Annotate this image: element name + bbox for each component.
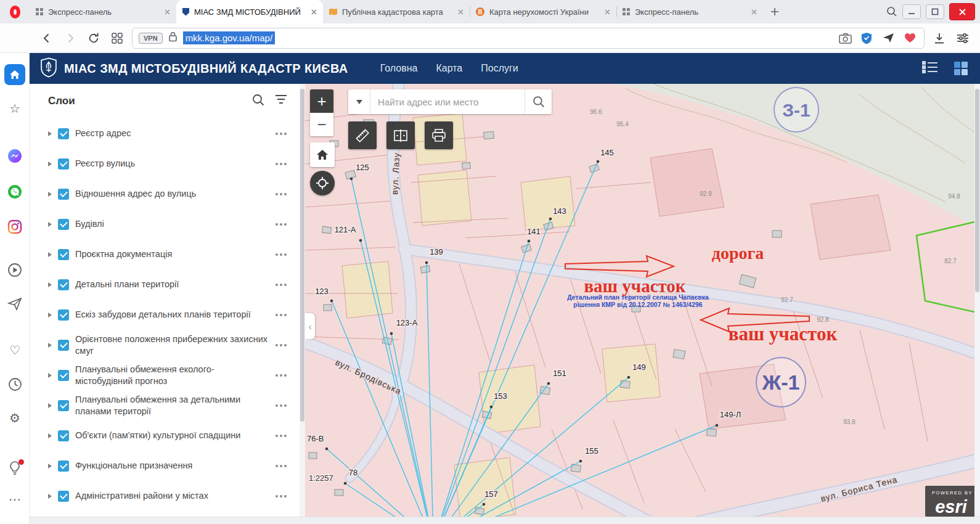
expand-caret-icon[interactable] <box>48 343 52 348</box>
layer-options-button[interactable] <box>276 253 292 256</box>
expand-caret-icon[interactable] <box>48 282 52 287</box>
my-flow-button[interactable] <box>0 297 30 311</box>
layer-row[interactable]: Реєстр адрес <box>30 118 305 149</box>
player-button[interactable] <box>0 263 30 277</box>
expand-caret-icon[interactable] <box>48 373 52 378</box>
layer-checkbox[interactable] <box>58 340 69 351</box>
panel-scrollbar[interactable] <box>300 84 305 524</box>
layer-options-button[interactable] <box>276 404 292 407</box>
expand-caret-icon[interactable] <box>48 192 52 197</box>
layer-options-button[interactable] <box>276 465 292 467</box>
tab-speed-dial-1[interactable]: Экспресс-панель <box>30 0 176 23</box>
expand-caret-icon[interactable] <box>48 313 52 317</box>
url-text-selected[interactable]: mkk.kga.gov.ua/map/ <box>183 31 275 44</box>
new-tab-button[interactable] <box>766 2 784 21</box>
layer-checkbox[interactable] <box>58 309 69 321</box>
search-dropdown-button[interactable] <box>348 89 370 114</box>
expand-caret-icon[interactable] <box>48 403 52 408</box>
layer-row[interactable]: Будівлі <box>30 209 305 239</box>
layer-row[interactable]: Проєктна документація <box>30 239 305 269</box>
expand-caret-icon[interactable] <box>48 464 52 469</box>
tab-close-icon[interactable] <box>458 7 463 17</box>
expand-caret-icon[interactable] <box>48 222 52 227</box>
nav-home-link[interactable]: Головна <box>380 63 418 74</box>
layer-options-button[interactable] <box>276 193 292 195</box>
vertical-scrollbar-thumb[interactable] <box>975 89 979 292</box>
tab-close-icon[interactable] <box>751 7 757 17</box>
zoom-in-button[interactable]: + <box>310 89 333 113</box>
layer-checkbox[interactable] <box>58 128 69 139</box>
expand-caret-icon[interactable] <box>48 162 52 166</box>
whatsapp-button[interactable] <box>0 184 30 199</box>
expand-caret-icon[interactable] <box>48 433 52 438</box>
expand-caret-icon[interactable] <box>48 252 52 257</box>
horizontal-scrollbar[interactable] <box>30 517 980 524</box>
tab-mkk-active[interactable]: МІАС ЗМД МІСТОБУДІВНИЙ <box>176 0 323 23</box>
layer-options-button[interactable] <box>276 314 292 316</box>
bookmark-heart-icon[interactable] <box>902 30 918 46</box>
layer-row[interactable]: Адміністративні райони у містах <box>30 481 305 511</box>
map-canvas[interactable]: З-1 Ж-1 вул. Лазу вул. Бродівська вул. Б… <box>305 84 980 524</box>
maximize-button[interactable] <box>926 4 944 19</box>
layer-row[interactable]: Орієнтовне положення прибережних захисни… <box>30 330 305 360</box>
layer-checkbox[interactable] <box>58 370 69 381</box>
tab-close-icon[interactable] <box>165 7 170 17</box>
expand-caret-icon[interactable] <box>48 131 52 136</box>
layers-filter-icon[interactable] <box>274 94 288 108</box>
layer-options-button[interactable] <box>276 223 292 226</box>
lock-icon[interactable] <box>168 31 178 44</box>
opera-menu-button[interactable] <box>0 6 30 18</box>
favorites-button[interactable]: ♡ <box>0 344 30 356</box>
tab-close-icon[interactable] <box>605 7 610 17</box>
panel-scrollbar-thumb[interactable] <box>300 89 304 422</box>
speed-dial-button[interactable] <box>108 30 126 47</box>
layer-checkbox[interactable] <box>58 279 69 290</box>
close-button[interactable] <box>949 3 975 20</box>
measure-tool-button[interactable] <box>348 121 377 149</box>
layer-checkbox[interactable] <box>58 249 69 260</box>
back-button[interactable] <box>38 30 55 47</box>
layer-checkbox[interactable] <box>58 219 69 230</box>
layer-row[interactable]: Планувальні обмеження еколого-містобудів… <box>30 360 305 390</box>
speed-dial-home-button[interactable] <box>0 64 30 85</box>
expand-caret-icon[interactable] <box>48 494 52 499</box>
layer-row[interactable]: Об'єкти (пам'ятки) культурної спадщини <box>30 420 305 451</box>
layer-options-button[interactable] <box>276 344 292 346</box>
layer-row[interactable]: Функціональне призначення <box>30 451 305 481</box>
tips-button[interactable] <box>0 461 30 478</box>
layer-options-button[interactable] <box>276 133 292 135</box>
downloads-icon[interactable] <box>931 30 948 47</box>
forward-button[interactable] <box>62 30 79 47</box>
shield-badge-icon[interactable] <box>859 30 875 46</box>
layer-row[interactable]: Планувальні обмеження за детальними план… <box>30 390 305 420</box>
settings-button[interactable]: ⚙ <box>0 412 30 424</box>
tab-realty-map[interactable]: B Карта нерухомості України <box>470 0 616 23</box>
layer-options-button[interactable] <box>276 163 292 165</box>
panel-collapse-handle[interactable]: ‹ <box>305 313 315 339</box>
settings-sliders-icon[interactable] <box>954 30 971 47</box>
tab-cadastral-map[interactable]: Публічна кадастрова карта <box>323 0 470 23</box>
tab-speed-dial-2[interactable]: Экспресс-панель <box>616 0 763 23</box>
layer-row[interactable]: Детальні плани території <box>30 269 305 300</box>
locate-button[interactable] <box>310 171 335 195</box>
map-search-button[interactable] <box>525 89 552 114</box>
layer-row[interactable]: Відношення адрес до вулиць <box>30 179 305 209</box>
snapshot-camera-icon[interactable] <box>837 30 853 46</box>
instagram-button[interactable] <box>0 219 30 234</box>
home-extent-button[interactable] <box>310 142 335 167</box>
layer-row[interactable]: Ескіз забудови детальних планів територі… <box>30 300 305 330</box>
url-field[interactable]: VPN mkk.kga.gov.ua/map/ <box>132 28 925 49</box>
vpn-badge[interactable]: VPN <box>139 33 163 44</box>
legend-list-icon[interactable] <box>922 60 938 76</box>
vertical-scrollbar[interactable] <box>974 84 980 517</box>
layer-options-button[interactable] <box>276 284 292 286</box>
nav-map-link[interactable]: Карта <box>436 63 462 74</box>
layer-checkbox[interactable] <box>58 189 69 200</box>
map-search-input[interactable] <box>370 89 525 114</box>
sidebar-more-button[interactable]: ⋯ <box>0 493 30 506</box>
reload-button[interactable] <box>85 30 102 47</box>
minimize-button[interactable] <box>902 4 921 19</box>
tab-close-icon[interactable] <box>311 7 317 17</box>
layer-options-button[interactable] <box>276 435 292 437</box>
layer-checkbox[interactable] <box>58 461 69 472</box>
